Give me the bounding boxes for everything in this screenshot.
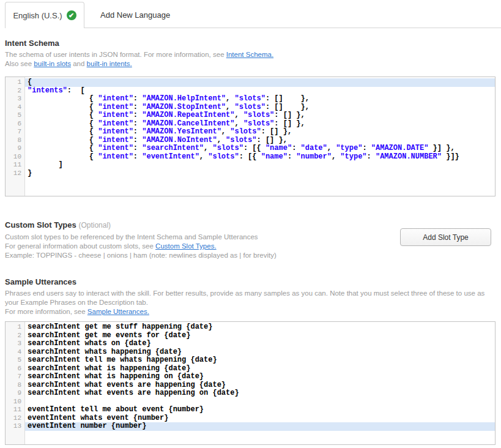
line-number: 2 bbox=[6, 87, 21, 95]
line-number: 10 bbox=[6, 153, 21, 162]
code-line[interactable]: { "intent": "AMAZON.NoIntent", "slots": … bbox=[25, 136, 495, 145]
optional-label: (Optional) bbox=[78, 221, 111, 230]
code-line[interactable]: "intents": [ bbox=[25, 87, 495, 95]
code-line[interactable]: { "intent": "AMAZON.RepeatIntent", "slot… bbox=[25, 111, 495, 120]
sample-utterances-title: Sample Utterances bbox=[5, 277, 501, 286]
line-number: 12 bbox=[6, 414, 21, 423]
line-number: 8 bbox=[6, 136, 21, 145]
intent-schema-code-editor[interactable]: 123456789101112 {"intents": [ { "intent"… bbox=[5, 77, 495, 196]
custom-slots-desc-text: For general information about custom slo… bbox=[5, 242, 155, 250]
intent-schema-also-see: Also see built-in slots and built-in int… bbox=[5, 59, 491, 69]
line-number: 5 bbox=[6, 356, 21, 365]
code-line[interactable]: { "intent": "searchIntent", "slots": [{ … bbox=[25, 144, 495, 153]
code-line[interactable]: searchIntent whats on {date} bbox=[25, 340, 495, 348]
built-in-slots-link[interactable]: built-in slots bbox=[34, 60, 71, 67]
sample-utterances-desc2: For more information, see Sample Utteran… bbox=[5, 307, 491, 316]
tab-english-us[interactable]: English (U.S.) ✔ bbox=[5, 2, 84, 28]
tab-bar-divider bbox=[84, 28, 501, 28]
line-number: 9 bbox=[6, 389, 21, 398]
code-line[interactable]: searchIntent tell me whats happening {da… bbox=[25, 356, 495, 365]
line-number: 7 bbox=[6, 373, 21, 381]
line-number: 8 bbox=[6, 381, 21, 390]
line-number: 9 bbox=[6, 144, 21, 153]
tab-add-new-language[interactable]: Add New Language bbox=[89, 2, 181, 28]
line-number: 1 bbox=[6, 323, 21, 332]
line-number: 3 bbox=[6, 340, 21, 348]
code-area[interactable]: {"intents": [ { "intent": "AMAZON.HelpIn… bbox=[25, 77, 495, 196]
sample-utterances-desc1: Phrases end users say to interact with t… bbox=[5, 289, 491, 307]
line-number: 7 bbox=[6, 128, 21, 136]
line-number: 11 bbox=[6, 161, 21, 170]
custom-slot-types-title-text: Custom Slot Types bbox=[5, 220, 76, 230]
line-number: 11 bbox=[6, 406, 21, 414]
sample-utterances-link[interactable]: Sample Utterances. bbox=[87, 308, 149, 315]
also-see-text: Also see bbox=[5, 60, 34, 67]
code-line[interactable]: } bbox=[25, 170, 495, 178]
code-line[interactable]: searchIntent whats happening {date} bbox=[25, 348, 495, 357]
line-number: 3 bbox=[6, 95, 21, 103]
line-number: 2 bbox=[6, 332, 21, 340]
code-line[interactable]: { "intent": "eventIntent", "slots": [{ "… bbox=[25, 153, 495, 162]
code-line[interactable]: eventIntent tell me about event {number} bbox=[25, 406, 495, 414]
code-line[interactable]: { bbox=[25, 78, 495, 87]
line-number-gutter: 123456789101112 bbox=[6, 77, 25, 196]
line-number: 12 bbox=[6, 170, 21, 178]
code-line[interactable]: searchIntent get me events for {date} bbox=[25, 332, 495, 340]
check-circle-icon: ✔ bbox=[67, 10, 76, 20]
code-line[interactable]: { "intent": "AMAZON.YesIntent", "slots":… bbox=[25, 128, 495, 136]
code-line[interactable]: ] bbox=[25, 161, 495, 170]
sample-utterances-code-editor[interactable]: 12345678910111213 searchIntent get me st… bbox=[5, 321, 495, 445]
custom-slot-types-section: Custom Slot Types (Optional) Custom slot… bbox=[5, 220, 501, 260]
code-line[interactable]: searchIntent what is happening {date} bbox=[25, 365, 495, 373]
intent-schema-section: Intent Schema The schema of user intents… bbox=[5, 39, 501, 196]
code-line[interactable]: searchIntent get me stuff happening {dat… bbox=[25, 323, 495, 332]
intent-schema-description: The schema of user intents in JSON forma… bbox=[5, 50, 491, 59]
line-number: 5 bbox=[6, 111, 21, 120]
sample-utterances-desc-text: For more information, see bbox=[5, 308, 87, 315]
line-number: 10 bbox=[6, 398, 21, 406]
also-see-and-text: and bbox=[71, 60, 87, 67]
code-line[interactable]: { "intent": "AMAZON.CancelIntent", "slot… bbox=[25, 120, 495, 129]
line-number: 6 bbox=[6, 365, 21, 373]
code-line[interactable]: eventIntent whats event {number} bbox=[25, 414, 495, 423]
custom-slot-types-link[interactable]: Custom Slot Types. bbox=[155, 242, 217, 250]
sample-utterances-section: Sample Utterances Phrases end users say … bbox=[5, 277, 501, 445]
code-line[interactable]: searchIntent what events are happening o… bbox=[25, 389, 495, 398]
code-line[interactable]: searchIntent what is happening on {date} bbox=[25, 373, 495, 381]
tab-add-new-language-label: Add New Language bbox=[100, 10, 170, 20]
tab-english-us-label: English (U.S.) bbox=[13, 11, 62, 20]
code-line[interactable]: { "intent": "AMAZON.StopIntent", "slots"… bbox=[25, 103, 495, 112]
code-line[interactable]: { "intent": "AMAZON.HelpIntent", "slots"… bbox=[25, 95, 495, 103]
custom-slot-types-example: Example: TOPPINGS - cheese | onions | ha… bbox=[5, 251, 491, 260]
intent-schema-desc-text: The schema of user intents in JSON forma… bbox=[5, 51, 226, 58]
intent-schema-link[interactable]: Intent Schema. bbox=[226, 51, 273, 58]
built-in-intents-link[interactable]: built-in intents. bbox=[87, 60, 132, 67]
line-number-gutter: 12345678910111213 bbox=[6, 322, 25, 444]
line-number: 1 bbox=[6, 78, 21, 87]
code-line[interactable] bbox=[25, 398, 495, 406]
code-area[interactable]: searchIntent get me stuff happening {dat… bbox=[25, 322, 495, 444]
language-tab-bar: English (U.S.) ✔ Add New Language bbox=[0, 0, 501, 28]
code-line[interactable]: searchIntent what events are happening {… bbox=[25, 381, 495, 390]
line-number: 13 bbox=[6, 422, 21, 431]
intent-schema-title: Intent Schema bbox=[5, 39, 501, 48]
add-slot-type-button[interactable]: Add Slot Type bbox=[400, 228, 491, 246]
code-line[interactable]: eventIntent number {number} bbox=[25, 422, 495, 431]
line-number: 4 bbox=[6, 348, 21, 357]
line-number: 4 bbox=[6, 103, 21, 112]
line-number: 6 bbox=[6, 120, 21, 129]
